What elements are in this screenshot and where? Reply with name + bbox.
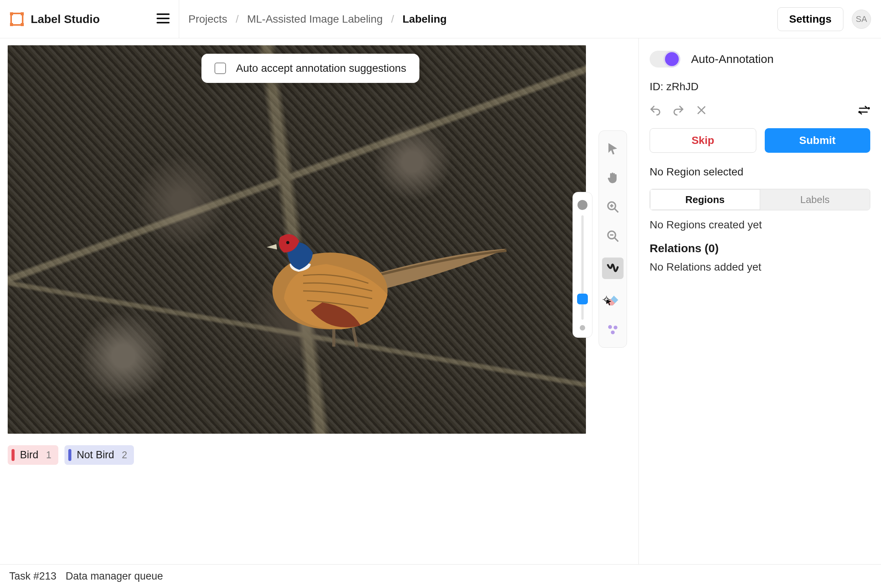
task-image[interactable] bbox=[8, 45, 586, 434]
auto-accept-checkbox[interactable] bbox=[214, 63, 226, 74]
auto-annotation-row: Auto-Annotation bbox=[650, 51, 870, 68]
queue-label: Data manager queue bbox=[66, 570, 163, 582]
tab-regions[interactable]: Regions bbox=[650, 189, 760, 210]
svg-point-22 bbox=[858, 111, 861, 113]
tab-labels[interactable]: Labels bbox=[760, 189, 870, 210]
auto-annotation-label: Auto-Annotation bbox=[691, 53, 774, 66]
breadcrumb: Projects / ML-Assisted Image Labeling / … bbox=[188, 13, 447, 25]
zoom-in-icon bbox=[606, 200, 619, 213]
app-title: Label Studio bbox=[31, 13, 100, 26]
tool-eraser[interactable] bbox=[605, 293, 620, 308]
svg-point-16 bbox=[608, 325, 612, 329]
avatar[interactable]: SA bbox=[852, 10, 871, 29]
id-prefix: ID: bbox=[650, 81, 667, 92]
svg-point-17 bbox=[614, 325, 617, 329]
relations-title: Relations (0) bbox=[650, 242, 870, 255]
svg-line-8 bbox=[353, 327, 357, 347]
tool-pointer[interactable] bbox=[605, 141, 620, 156]
breadcrumb-item[interactable]: Projects bbox=[188, 13, 227, 25]
zoom-out-icon bbox=[606, 230, 619, 243]
label-name: Bird bbox=[20, 449, 38, 461]
slider-track[interactable] bbox=[581, 215, 584, 320]
no-region-selected: No Region selected bbox=[650, 166, 870, 178]
svg-point-21 bbox=[868, 107, 870, 109]
pointer-icon bbox=[606, 142, 619, 155]
main-panel: Auto accept annotation suggestions bbox=[0, 38, 638, 588]
slider-min-icon bbox=[580, 325, 585, 330]
svg-rect-4 bbox=[21, 23, 24, 26]
menu-button[interactable] bbox=[157, 13, 170, 25]
svg-point-18 bbox=[611, 330, 615, 334]
tool-brush[interactable] bbox=[602, 258, 624, 279]
submit-button[interactable]: Submit bbox=[765, 128, 871, 153]
svg-line-10 bbox=[614, 208, 618, 212]
logo-wrap: Label Studio bbox=[10, 12, 179, 26]
sidebar: Auto-Annotation ID: zRhJD Skip Submit No… bbox=[638, 38, 881, 588]
labels-row: Bird 1 Not Bird 2 bbox=[8, 445, 631, 465]
image-subject-bird bbox=[253, 210, 514, 349]
hand-icon bbox=[606, 171, 619, 184]
tool-keypoints[interactable] bbox=[605, 322, 620, 337]
hamburger-icon bbox=[157, 13, 170, 23]
reset-button[interactable] bbox=[696, 104, 707, 117]
swap-button[interactable] bbox=[858, 106, 870, 116]
task-number: Task #213 bbox=[9, 570, 56, 582]
toggle-knob bbox=[665, 52, 679, 66]
label-hotkey: 1 bbox=[46, 449, 51, 461]
breadcrumb-current: Labeling bbox=[403, 13, 447, 25]
brush-size-slider[interactable] bbox=[572, 192, 592, 338]
undo-icon bbox=[650, 104, 661, 116]
logo-icon bbox=[10, 12, 24, 26]
svg-line-14 bbox=[614, 238, 618, 241]
svg-rect-1 bbox=[10, 12, 13, 15]
label-color-bar bbox=[68, 449, 71, 461]
footer: Task #213 Data manager queue bbox=[0, 564, 881, 588]
breadcrumb-sep-icon: / bbox=[236, 13, 239, 25]
auto-annotation-toggle[interactable] bbox=[650, 51, 680, 68]
auto-accept-label: Auto accept annotation suggestions bbox=[236, 62, 406, 74]
svg-rect-3 bbox=[10, 23, 13, 26]
tool-zoom-out[interactable] bbox=[605, 228, 620, 244]
tool-pan[interactable] bbox=[605, 170, 620, 185]
eraser-icon bbox=[606, 294, 619, 307]
header-right: Settings SA bbox=[777, 7, 871, 31]
breadcrumb-sep-icon: / bbox=[391, 13, 394, 25]
label-hotkey: 2 bbox=[122, 449, 127, 461]
svg-rect-2 bbox=[21, 12, 24, 15]
tool-panel bbox=[599, 130, 627, 348]
history-actions bbox=[650, 104, 870, 117]
no-relations-text: No Relations added yet bbox=[650, 261, 870, 273]
breadcrumb-item[interactable]: ML-Assisted Image Labeling bbox=[247, 13, 383, 25]
close-icon bbox=[696, 104, 707, 116]
brush-icon bbox=[606, 262, 619, 275]
slider-max-icon bbox=[577, 200, 587, 210]
skip-button[interactable]: Skip bbox=[650, 128, 756, 153]
canvas-wrap: Auto accept annotation suggestions bbox=[8, 45, 586, 434]
undo-button[interactable] bbox=[650, 104, 661, 117]
label-chip-bird[interactable]: Bird 1 bbox=[8, 445, 58, 465]
app-header: Label Studio Projects / ML-Assisted Imag… bbox=[0, 0, 881, 38]
vertical-separator bbox=[179, 0, 179, 38]
settings-button[interactable]: Settings bbox=[777, 7, 843, 31]
keypoints-icon bbox=[606, 323, 619, 336]
swap-icon bbox=[858, 106, 870, 115]
task-id: ID: zRhJD bbox=[650, 81, 870, 93]
auto-accept-banner: Auto accept annotation suggestions bbox=[201, 54, 419, 83]
body: Auto accept annotation suggestions bbox=[0, 38, 881, 588]
id-value: zRhJD bbox=[667, 81, 699, 92]
slider-thumb[interactable] bbox=[577, 294, 588, 304]
label-chip-not-bird[interactable]: Not Bird 2 bbox=[64, 445, 134, 465]
region-tabs: Regions Labels bbox=[650, 189, 870, 210]
tool-zoom-in[interactable] bbox=[605, 199, 620, 215]
redo-icon bbox=[673, 104, 684, 116]
label-name: Not Bird bbox=[77, 449, 114, 461]
no-regions-text: No Regions created yet bbox=[650, 219, 870, 231]
redo-button[interactable] bbox=[673, 104, 684, 117]
submit-row: Skip Submit bbox=[650, 128, 870, 153]
svg-point-6 bbox=[286, 241, 289, 244]
label-color-bar bbox=[12, 449, 15, 461]
